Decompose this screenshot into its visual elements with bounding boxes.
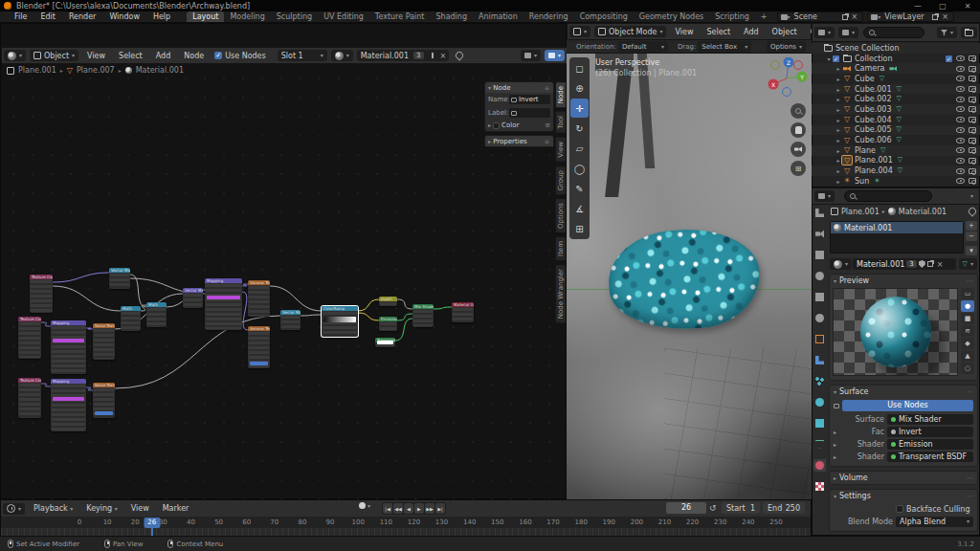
node-vector-math[interactable]: Vector Math [109,268,130,289]
disable-render-icon[interactable] [969,178,976,184]
disable-render-icon[interactable] [969,86,976,92]
timeline-ruler[interactable]: 0102030405060708090100110120130140150160… [1,517,811,528]
expander-icon[interactable]: ▸ [835,86,842,93]
workspace-tab-item[interactable]: + [755,11,773,22]
copy-material-icon[interactable] [927,261,933,267]
expand-icon[interactable]: ▸ [834,453,839,460]
workspace-tab-sculpting[interactable]: Sculpting [271,11,318,22]
expand-icon[interactable]: ▸ [834,429,839,435]
node-mix-shader[interactable]: Mix Shader [412,304,434,327]
node-invert[interactable]: Invert [379,297,397,306]
node-label-field[interactable] [509,108,550,118]
settings-panel-header[interactable]: ▾Settings⋯ [830,490,977,502]
current-frame-field[interactable]: 26 [666,502,706,514]
snap-button[interactable]: ▾ [521,50,541,61]
menu-node[interactable]: Node [177,52,211,60]
pin-icon[interactable] [454,50,464,60]
node-texture-coordinate[interactable]: Texture Coordinate [18,317,41,359]
slot-select[interactable]: Slot 1▾ [278,50,327,61]
outliner-row-cube[interactable]: ▸▽Cube▽ [812,74,980,84]
camera-view-button[interactable] [791,142,806,157]
outliner-row-cube-003[interactable]: ▸▽Cube.003▽ [812,104,980,115]
filter-button[interactable]: ▾ [937,27,957,38]
editor-type-button[interactable]: ▾ [814,27,835,38]
expander-icon[interactable]: ▸ [835,96,842,102]
node-canvas[interactable]: Plane.001 ▸ ▽ Plane.007 ▸ Material.001 T… [1,64,566,523]
expander-icon[interactable]: ▸ [835,167,842,174]
menu-window[interactable]: Window [102,12,146,21]
material-browse-button[interactable]: ▾ [331,50,353,61]
pin-icon[interactable] [967,206,977,216]
volume-panel-header[interactable]: ▸Volume⋯ [830,472,977,484]
preview-shape-sphere[interactable]: ● [961,300,974,312]
editor-type-button[interactable]: ▾ [814,190,835,202]
outliner-row-cube-001[interactable]: ▸▽Cube.001▽ [812,84,980,95]
start-frame-field[interactable]: Start1 [722,502,760,514]
node-texture-coordinate[interactable]: Texture Coordinate [30,275,53,313]
node-colorramp[interactable]: ColorRamp [322,306,358,337]
menu-file[interactable]: File [8,12,33,21]
node-emission[interactable]: Emission [379,317,397,331]
hide-viewport-icon[interactable] [956,97,965,102]
physics-properties-tab[interactable] [813,396,826,408]
preview-shape-cube[interactable]: ■ [961,313,974,324]
water-material-plane[interactable] [606,225,764,335]
menu-render[interactable]: Render [62,12,102,21]
scene-selector[interactable]: ▾ Scene × [777,11,864,22]
workspace-tab-geometry-nodes[interactable]: Geometry Nodes [634,11,709,22]
workspace-tab-rendering[interactable]: Rendering [523,11,574,22]
hide-viewport-icon[interactable] [956,76,965,81]
outliner-row-plane-004[interactable]: ▸▽Plane.004▽ [812,165,980,176]
gizmo-axis-negative[interactable] [794,61,803,70]
properties-options-icon[interactable]: ▾ [970,193,973,199]
outliner-row-cube-006[interactable]: ▸▽Cube.006▽ [812,135,980,145]
material-name-field[interactable]: Material.001 3 × [853,258,956,270]
node-voronoi-texture[interactable]: Voronoi Texture [248,326,270,368]
menu-help[interactable]: Help [146,12,177,21]
workspace-tab-modeling[interactable]: Modeling [224,11,270,22]
menu-view[interactable]: View [668,28,700,36]
hide-viewport-icon[interactable] [956,147,965,153]
hide-viewport-icon[interactable] [956,106,965,112]
node-math[interactable]: Math [146,302,167,327]
modifiers-properties-tab[interactable] [813,354,826,366]
expander-icon[interactable]: ▾ [825,55,833,62]
node-color-checkbox[interactable] [493,122,500,129]
mode-select[interactable]: Object Mode▾ [594,26,666,37]
workspace-tab-animation[interactable]: Animation [473,11,523,22]
preview-shape-flat[interactable]: ▭ [961,288,974,299]
node-material-output[interactable]: Material Output [452,302,474,322]
play-reverse-button[interactable]: ◀ [404,503,413,514]
world-properties-tab[interactable] [813,312,826,324]
outliner-row-cube-004[interactable]: ▸▽Cube.004▽ [812,115,980,125]
disable-render-icon[interactable] [969,147,976,153]
properties-panel-collapsed[interactable]: ▸ Properties ≡ [484,135,554,147]
scene-properties-tab[interactable] [813,291,826,303]
orientation-select[interactable]: Default▾ [618,41,668,53]
jump-to-keyframe-icon[interactable]: ↺ [709,502,717,514]
sidebar-tab-node[interactable]: Node [555,81,566,108]
outliner-row-cube-005[interactable]: ▸▽Cube.005▽ [812,125,980,136]
disable-render-icon[interactable] [969,76,976,81]
render-properties-tab[interactable] [813,228,826,240]
nodetree-filter-button[interactable]: ▽▾ [959,258,977,270]
expander-icon[interactable]: ▸ [835,126,842,133]
hide-viewport-icon[interactable] [956,168,965,174]
pan-button[interactable] [791,122,806,138]
menu-add[interactable]: Add [737,28,766,36]
delete-scene-icon[interactable]: × [850,12,860,21]
properties-search[interactable] [844,190,932,202]
new-collection-button[interactable] [961,27,977,38]
workspace-tab-layout[interactable]: Layout [187,11,224,22]
sidebar-tab-tool[interactable]: Tool [555,111,566,134]
outliner-search[interactable] [863,27,924,38]
jump-start-button[interactable]: |◀ [383,503,392,514]
menu-edit[interactable]: Edit [33,12,62,21]
hide-viewport-icon[interactable] [956,127,965,133]
node-mapping[interactable]: Mapping [51,320,86,374]
display-mode-button[interactable]: ▾ [838,27,858,38]
menu-select[interactable]: Select [700,28,737,36]
editor-type-button[interactable]: ▾ [3,503,25,515]
sidebar-tab-node-wrangler[interactable]: Node Wrangler [555,264,566,323]
overlays-button[interactable]: ▾ [545,50,565,61]
